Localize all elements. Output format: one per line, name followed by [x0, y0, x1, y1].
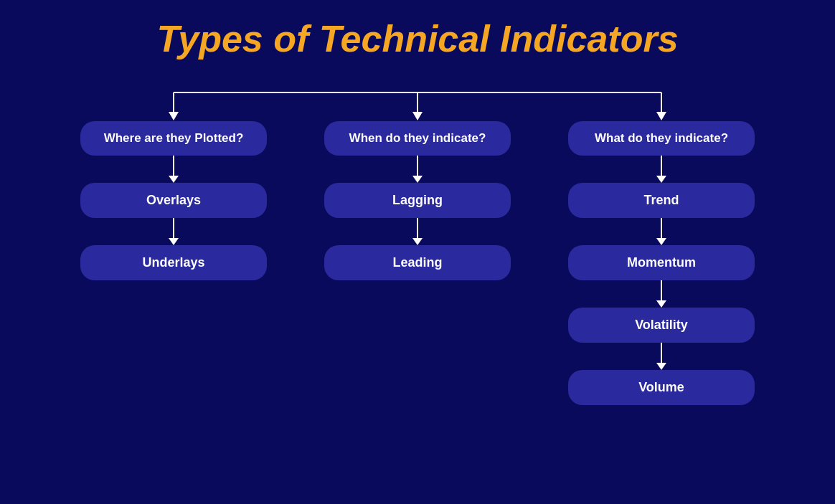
node-where-header: Where are they Plotted? — [80, 121, 267, 156]
diagram-area: Where are they Plotted? Overlays Underla… — [0, 82, 835, 504]
columns-wrapper: Where are they Plotted? Overlays Underla… — [0, 82, 835, 405]
node-trend: Trend — [568, 183, 755, 218]
arrow-what-2 — [656, 218, 666, 245]
column-what: What do they indicate? Trend Momentum Vo… — [539, 121, 783, 405]
node-underlays: Underlays — [80, 245, 267, 280]
node-momentum: Momentum — [568, 245, 755, 280]
node-lagging: Lagging — [324, 183, 511, 218]
column-where: Where are they Plotted? Overlays Underla… — [52, 121, 296, 405]
node-what-header: What do they indicate? — [568, 121, 755, 156]
node-overlays: Overlays — [80, 183, 267, 218]
node-leading: Leading — [324, 245, 511, 280]
arrow-when-1 — [412, 156, 423, 183]
arrow-what-1 — [656, 156, 666, 183]
node-when-header: When do they indicate? — [324, 121, 511, 156]
page-title: Types of Technical Indicators — [156, 17, 678, 60]
arrow-where-2 — [169, 218, 179, 245]
column-when: When do they indicate? Lagging Leading — [296, 121, 539, 405]
arrow-what-3 — [656, 280, 666, 308]
node-volatility: Volatility — [568, 308, 755, 343]
arrow-when-2 — [412, 218, 423, 245]
node-volume: Volume — [568, 370, 755, 405]
arrow-where-1 — [169, 156, 179, 183]
arrow-what-4 — [656, 343, 666, 370]
